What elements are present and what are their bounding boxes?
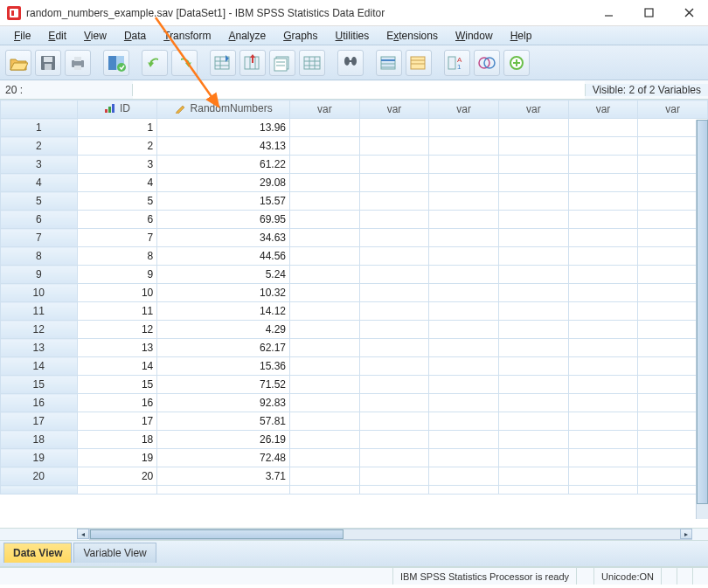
cell-empty[interactable] <box>290 412 360 431</box>
goto-case-button[interactable] <box>210 50 236 76</box>
row-header[interactable]: 12 <box>1 321 78 339</box>
cell-empty[interactable] <box>359 339 429 357</box>
cell-randomnumbers[interactable]: 13.96 <box>157 119 290 137</box>
cell-randomnumbers[interactable]: 14.12 <box>157 302 290 321</box>
cell-empty[interactable] <box>499 284 569 302</box>
cell-empty[interactable] <box>429 431 499 449</box>
menu-analyze[interactable]: Analyze <box>219 28 274 44</box>
tab-variable-view[interactable]: Variable View <box>73 543 156 563</box>
column-header-randomnumbers[interactable]: RandomNumbers <box>157 100 290 119</box>
cell-empty[interactable] <box>290 302 360 321</box>
cell-randomnumbers[interactable]: 92.83 <box>157 394 290 412</box>
cell-empty[interactable] <box>290 192 360 211</box>
cell-empty[interactable] <box>499 229 569 247</box>
variables-button[interactable] <box>269 50 295 76</box>
menu-transform[interactable]: Transform <box>155 28 219 44</box>
row-header[interactable]: 10 <box>1 284 78 302</box>
cell-empty[interactable] <box>359 266 429 284</box>
cell-empty[interactable] <box>429 376 499 394</box>
cell-empty[interactable] <box>429 266 499 284</box>
goto-variable-button[interactable] <box>239 50 266 76</box>
cell-id[interactable]: 2 <box>77 137 157 156</box>
cell-id[interactable]: 19 <box>77 449 157 467</box>
cell-empty[interactable] <box>290 376 360 394</box>
cell-randomnumbers[interactable]: 15.36 <box>157 357 290 376</box>
cell-empty[interactable] <box>568 339 638 357</box>
cell-empty[interactable] <box>359 156 429 174</box>
menu-utilities[interactable]: Utilities <box>327 28 378 44</box>
cell-empty[interactable] <box>499 394 569 412</box>
cell-empty[interactable] <box>290 174 360 192</box>
cell-id[interactable]: 20 <box>77 467 157 486</box>
row-header[interactable] <box>1 486 78 495</box>
cell-empty[interactable] <box>290 247 360 266</box>
open-button[interactable] <box>5 50 31 76</box>
cell-empty[interactable] <box>429 321 499 339</box>
cell-empty[interactable] <box>568 321 638 339</box>
cell-empty[interactable] <box>429 412 499 431</box>
vertical-scrollbar[interactable] <box>696 120 708 519</box>
cell-empty[interactable] <box>359 211 429 229</box>
cell-empty[interactable] <box>499 211 569 229</box>
cell-empty[interactable] <box>499 192 569 211</box>
menu-view[interactable]: View <box>75 28 115 44</box>
cell-empty[interactable] <box>568 449 638 467</box>
weight-cases-button[interactable] <box>406 50 432 76</box>
cell-randomnumbers[interactable]: 29.08 <box>157 174 290 192</box>
cell-id[interactable]: 8 <box>77 247 157 266</box>
cell-empty[interactable] <box>359 486 429 495</box>
cell-randomnumbers[interactable]: 5.24 <box>157 266 290 284</box>
cell-randomnumbers[interactable]: 71.52 <box>157 376 290 394</box>
scroll-left-arrow[interactable]: ◂ <box>77 529 89 539</box>
column-header-var[interactable]: var <box>638 100 708 119</box>
row-header[interactable]: 9 <box>1 266 78 284</box>
save-button[interactable] <box>35 50 61 76</box>
redo-button[interactable] <box>171 50 198 76</box>
cell-empty[interactable] <box>157 486 290 495</box>
cell-empty[interactable] <box>290 137 360 156</box>
cell-id[interactable]: 7 <box>77 229 157 247</box>
cell-id[interactable]: 10 <box>77 284 157 302</box>
cell-id[interactable]: 13 <box>77 339 157 357</box>
cell-empty[interactable] <box>359 394 429 412</box>
split-file-button[interactable] <box>376 50 402 76</box>
cell-randomnumbers[interactable]: 62.17 <box>157 339 290 357</box>
cell-empty[interactable] <box>290 229 360 247</box>
cell-empty[interactable] <box>429 137 499 156</box>
cell-id[interactable]: 16 <box>77 394 157 412</box>
cell-empty[interactable] <box>429 302 499 321</box>
recall-dialog-button[interactable] <box>103 50 129 76</box>
cell-id[interactable]: 5 <box>77 192 157 211</box>
cell-empty[interactable] <box>290 339 360 357</box>
menu-window[interactable]: Window <box>447 28 502 44</box>
cell-id[interactable]: 12 <box>77 321 157 339</box>
cell-empty[interactable] <box>359 192 429 211</box>
row-header[interactable]: 6 <box>1 211 78 229</box>
cell-id[interactable]: 11 <box>77 302 157 321</box>
cell-empty[interactable] <box>499 357 569 376</box>
cell-id[interactable]: 4 <box>77 174 157 192</box>
minimize-button[interactable] <box>596 4 621 22</box>
row-header[interactable]: 14 <box>1 357 78 376</box>
undo-button[interactable] <box>142 50 168 76</box>
cell-empty[interactable] <box>429 394 499 412</box>
row-header[interactable]: 20 <box>1 467 78 486</box>
row-header[interactable]: 1 <box>1 119 78 137</box>
cell-id[interactable]: 17 <box>77 412 157 431</box>
cell-empty[interactable] <box>359 321 429 339</box>
horizontal-scrollbar[interactable]: ◂ ▸ <box>0 528 708 540</box>
cell-empty[interactable] <box>429 229 499 247</box>
cell-randomnumbers[interactable]: 72.48 <box>157 449 290 467</box>
cell-empty[interactable] <box>568 284 638 302</box>
cell-empty[interactable] <box>499 302 569 321</box>
cell-empty[interactable] <box>359 412 429 431</box>
cell-empty[interactable] <box>359 119 429 137</box>
scroll-thumb[interactable] <box>697 120 708 504</box>
customize-toolbar-button[interactable] <box>503 50 530 76</box>
cell-empty[interactable] <box>429 467 499 486</box>
cell-empty[interactable] <box>429 247 499 266</box>
cell-randomnumbers[interactable]: 26.19 <box>157 431 290 449</box>
cell-empty[interactable] <box>290 357 360 376</box>
cell-empty[interactable] <box>359 247 429 266</box>
row-header[interactable]: 19 <box>1 449 78 467</box>
